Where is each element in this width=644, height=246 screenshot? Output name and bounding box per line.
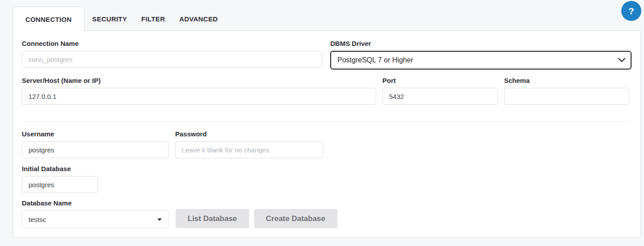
password-input[interactable] bbox=[175, 141, 323, 158]
chevron-down-icon bbox=[618, 58, 625, 62]
tab-security[interactable]: SECURITY bbox=[86, 7, 134, 31]
username-input[interactable] bbox=[22, 141, 168, 158]
connection-name-label: Connection Name bbox=[22, 40, 322, 48]
initial-database-field: Initial Database bbox=[22, 165, 98, 193]
row-connection-dbms: Connection Name DBMS Driver PostgreSQL 7… bbox=[22, 40, 632, 70]
password-label: Password bbox=[175, 130, 323, 138]
section-divider bbox=[24, 121, 629, 122]
schema-label: Schema bbox=[504, 77, 629, 85]
schema-field: Schema bbox=[504, 77, 629, 105]
list-database-button[interactable]: List Database bbox=[176, 209, 249, 228]
database-name-label: Database Name bbox=[22, 199, 168, 207]
tab-security-label: SECURITY bbox=[92, 15, 127, 23]
connection-settings-page: CONNECTION SECURITY FILTER ADVANCED ? Co… bbox=[0, 0, 644, 246]
tab-advanced[interactable]: ADVANCED bbox=[172, 7, 224, 31]
dbms-driver-selected-value: PostgreSQL 7 or Higher bbox=[337, 56, 413, 64]
tab-filter[interactable]: FILTER bbox=[135, 7, 172, 31]
dbms-driver-label: DBMS Driver bbox=[330, 40, 632, 48]
port-label: Port bbox=[382, 77, 498, 85]
tab-connection-label: CONNECTION bbox=[25, 16, 72, 23]
port-field: Port bbox=[382, 77, 498, 105]
tab-filter-label: FILTER bbox=[141, 15, 165, 23]
initial-database-label: Initial Database bbox=[22, 165, 98, 173]
row-initial-database: Initial Database bbox=[22, 165, 632, 193]
server-host-field: Server/Host (Name or IP) bbox=[22, 77, 376, 105]
database-name-selected-value: testsc bbox=[29, 216, 46, 223]
create-database-button[interactable]: Create Database bbox=[254, 209, 337, 228]
dbms-driver-field: DBMS Driver PostgreSQL 7 or Higher bbox=[330, 40, 632, 70]
database-actions: List Database Create Database bbox=[176, 199, 337, 228]
password-field: Password bbox=[175, 130, 323, 158]
panel-content: Connection Name DBMS Driver PostgreSQL 7… bbox=[13, 31, 640, 228]
tab-advanced-label: ADVANCED bbox=[179, 15, 217, 23]
initial-database-input[interactable] bbox=[22, 176, 98, 193]
tab-bar: CONNECTION SECURITY FILTER ADVANCED bbox=[12, 7, 641, 31]
connection-name-input[interactable] bbox=[22, 51, 322, 68]
server-host-label: Server/Host (Name or IP) bbox=[22, 77, 376, 85]
username-field: Username bbox=[22, 130, 168, 158]
row-username-password: Username Password bbox=[22, 130, 632, 158]
dbms-driver-select[interactable]: PostgreSQL 7 or Higher bbox=[330, 51, 632, 70]
database-name-field: Database Name testsc bbox=[22, 199, 168, 228]
caret-down-icon bbox=[157, 218, 162, 221]
connection-panel: Connection Name DBMS Driver PostgreSQL 7… bbox=[12, 30, 641, 238]
tab-connection[interactable]: CONNECTION bbox=[12, 7, 85, 31]
port-input[interactable] bbox=[382, 88, 498, 105]
database-name-select[interactable]: testsc bbox=[22, 210, 168, 228]
username-label: Username bbox=[22, 130, 168, 138]
schema-input[interactable] bbox=[504, 88, 629, 105]
row-server-port-schema: Server/Host (Name or IP) Port Schema bbox=[22, 77, 632, 105]
server-host-input[interactable] bbox=[22, 88, 376, 105]
row-database-name: Database Name testsc List Database Creat… bbox=[22, 199, 632, 228]
connection-name-field: Connection Name bbox=[22, 40, 322, 70]
